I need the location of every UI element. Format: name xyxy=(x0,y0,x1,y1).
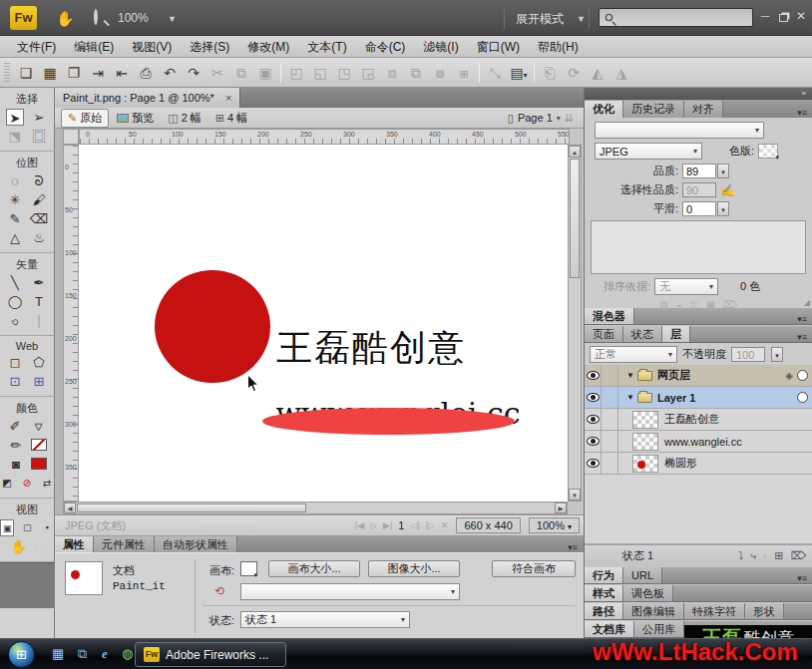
menu-edit[interactable]: 编辑(E) xyxy=(65,36,123,58)
eye-icon[interactable] xyxy=(587,371,600,380)
lock-cell[interactable] xyxy=(602,365,618,387)
ellipse-tool-icon[interactable]: ◯ xyxy=(6,293,24,310)
panel-menu-icon[interactable]: ▾≡ xyxy=(797,573,812,583)
scroll-right-icon[interactable]: ▶ xyxy=(555,502,567,513)
media-player-icon[interactable]: ◍ xyxy=(122,646,133,661)
expand-mode-button[interactable]: 展开模式 xyxy=(516,11,564,28)
union-icon[interactable]: ◳ xyxy=(332,62,356,84)
tab-common-library[interactable]: 公用库 xyxy=(634,621,684,637)
paste-icon[interactable]: ▣ xyxy=(253,62,277,84)
red-ellipse-shape[interactable] xyxy=(262,408,515,435)
group-icon[interactable]: ◰ xyxy=(284,62,308,84)
bring-front-icon[interactable]: ⧈ xyxy=(380,62,404,84)
bring-forward-icon[interactable]: ⧉ xyxy=(404,62,428,84)
rubber-stamp-tool-icon[interactable]: ♨ xyxy=(30,229,48,246)
pencil-tool-icon[interactable]: ✎ xyxy=(6,210,24,227)
crop-tool-icon[interactable]: ⿴ xyxy=(30,128,48,145)
transparent-color-icon[interactable]: ◒ xyxy=(676,299,682,311)
fit-canvas-button[interactable]: 符合画布 xyxy=(492,560,576,577)
tab-url[interactable]: URL xyxy=(623,567,662,583)
tab-properties[interactable]: 属性 xyxy=(55,536,94,552)
previous-frame-icon[interactable]: ◁| xyxy=(410,520,419,530)
tab-behaviors[interactable]: 行为 xyxy=(585,567,623,583)
visibility-cell[interactable] xyxy=(585,453,602,475)
taskbar-app-button[interactable]: Fw Adobe Fireworks ... xyxy=(135,642,286,667)
no-color-icon[interactable]: ⊘ xyxy=(20,475,34,492)
menu-help[interactable]: 帮助(H) xyxy=(529,36,588,58)
intersect-icon[interactable]: ◲ xyxy=(356,62,380,84)
edit-color-icon[interactable]: ◍ xyxy=(659,299,668,311)
play-icon[interactable]: ▷ xyxy=(370,520,377,530)
opacity-slider-icon[interactable]: ▾ xyxy=(771,347,783,362)
smoothing-dropdown-icon[interactable]: ▾ xyxy=(717,201,729,216)
resize-grip[interactable]: ◢ xyxy=(804,298,810,307)
panel-menu-icon[interactable]: ▾≡ xyxy=(797,332,812,342)
collapse-to-icons-bar[interactable]: » xyxy=(585,88,812,100)
zoom-dropdown-icon[interactable]: ▼ xyxy=(168,14,177,24)
delete-color-icon[interactable]: ⌦ xyxy=(723,299,737,311)
eraser-tool-icon[interactable]: ⌫ xyxy=(30,210,48,227)
state-select[interactable]: 状态 1▾ xyxy=(240,611,410,628)
layer-name[interactable]: Layer 1 xyxy=(657,392,696,404)
ungroup-icon[interactable]: ◱ xyxy=(308,62,332,84)
polygon-slice-tool-icon[interactable]: ⊞ xyxy=(30,373,48,390)
last-frame-icon[interactable]: ▶| xyxy=(383,520,392,530)
text-tool-icon[interactable]: T xyxy=(30,293,48,310)
delete-layer-icon[interactable]: ⌦ xyxy=(790,549,806,562)
send-backward-icon[interactable]: ⧇ xyxy=(428,62,452,84)
tab-swatches[interactable]: 调色板 xyxy=(623,585,673,601)
eye-icon[interactable] xyxy=(587,437,600,446)
smoothing-input[interactable]: 0 xyxy=(682,201,716,216)
copy-to-states-icon[interactable]: ⤷ xyxy=(750,549,756,562)
layer-row-ellipse[interactable]: 椭圆形 xyxy=(585,453,812,475)
import-icon[interactable]: ⇥ xyxy=(86,62,110,84)
saved-settings-select[interactable]: ▾ xyxy=(595,122,764,139)
internet-explorer-icon[interactable]: e xyxy=(102,646,108,662)
next-frame-icon[interactable]: |▷ xyxy=(426,520,435,530)
stroke-color-swatch[interactable] xyxy=(31,439,47,451)
menu-window[interactable]: 窗口(W) xyxy=(468,36,529,58)
lock-cell[interactable] xyxy=(602,431,618,453)
tab-document-library[interactable]: 文档库 xyxy=(585,621,634,637)
horizontal-ruler[interactable]: 0 50 100 150 200 250 300 350 400 450 500… xyxy=(79,129,570,145)
magnify-tool-icon[interactable] xyxy=(34,541,45,552)
toolbar-grip[interactable] xyxy=(4,63,10,83)
show-desktop-icon[interactable]: ▦ xyxy=(52,646,64,661)
tab-special-characters[interactable]: 特殊字符 xyxy=(684,603,745,619)
tab-path[interactable]: 路径 xyxy=(585,603,623,619)
visibility-cell[interactable] xyxy=(585,387,602,409)
default-colors-icon[interactable]: ◩ xyxy=(0,475,14,492)
canvas-option-select[interactable]: ▾ xyxy=(240,583,460,600)
standard-screen-mode-icon[interactable]: ▣ xyxy=(0,519,14,536)
red-circle-shape[interactable] xyxy=(155,270,270,383)
layer-name[interactable]: 网页层 xyxy=(657,368,690,383)
quick-export-icon[interactable]: ⇊ xyxy=(565,112,574,125)
panel-menu-icon[interactable]: ▾≡ xyxy=(797,108,812,118)
original-view-button[interactable]: ✎ 原始 xyxy=(61,109,109,128)
opacity-input[interactable]: 100 xyxy=(731,347,765,362)
redo-icon[interactable]: ↷ xyxy=(182,62,205,84)
zoom-tool-icon[interactable] xyxy=(94,9,98,25)
send-back-icon[interactable]: ⧆ xyxy=(452,62,476,84)
swap-colors-icon[interactable]: ⇄ xyxy=(40,475,54,492)
stroke-color-icon[interactable]: ✏ xyxy=(7,437,25,454)
canvas-brand-text[interactable]: 王磊酷创意 xyxy=(276,324,466,373)
scroll-left-icon[interactable]: ◀ xyxy=(64,502,76,513)
onion-skin-icon[interactable]: ▫ xyxy=(763,549,767,562)
flip-vertical-icon[interactable]: ◮ xyxy=(609,62,633,84)
panel-menu-icon[interactable]: ▾≡ xyxy=(797,314,812,324)
first-frame-icon[interactable]: |◀ xyxy=(355,520,364,530)
object-name[interactable]: 王磊酷创意 xyxy=(664,412,719,427)
four-up-view-button[interactable]: ⊞ 4 幅 xyxy=(209,110,253,127)
undo-icon[interactable]: ↶ xyxy=(158,62,182,84)
brush-tool-icon[interactable]: 🖌 xyxy=(30,191,48,208)
menu-view[interactable]: 视图(V) xyxy=(123,36,181,58)
tab-autoshape-properties[interactable]: 自动形状属性 xyxy=(155,536,237,552)
fullscreen-menus-mode-icon[interactable]: ▢ xyxy=(20,519,34,536)
hand-pan-tool-icon[interactable]: ✋ xyxy=(10,538,28,555)
canvas-size-button[interactable]: 画布大小... xyxy=(268,560,360,577)
lock-cell[interactable] xyxy=(602,409,618,431)
pointer-tool-icon[interactable]: ➤ xyxy=(6,109,24,126)
slice-tool-icon[interactable]: ⊡ xyxy=(6,373,24,390)
pen-tool-icon[interactable]: ✒ xyxy=(30,274,48,291)
